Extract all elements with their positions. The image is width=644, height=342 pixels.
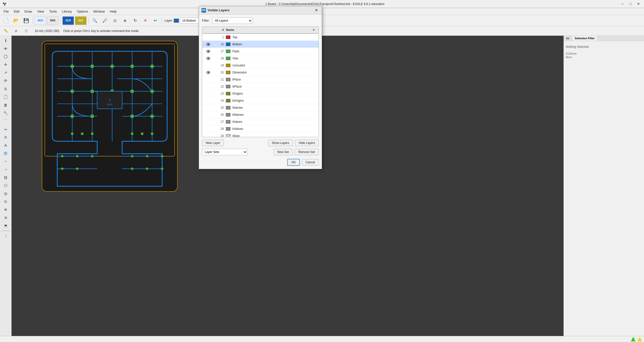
layer-visibility-icon[interactable] — [203, 43, 213, 46]
menu-item-options[interactable]: Options — [74, 9, 91, 15]
layer-row[interactable]: 24bOrigins — [202, 97, 318, 104]
menu-item-draw[interactable]: Draw — [22, 9, 34, 15]
schematic-button[interactable]: SCH — [34, 16, 46, 25]
dialog-body: Filter: All Layers Used Layers Signal La… — [199, 14, 322, 169]
layer-row[interactable]: 23tOrigins — [202, 90, 318, 97]
more-tools[interactable]: ⋮ — [1, 232, 10, 240]
copy-tool[interactable]: ⎘ — [1, 85, 10, 93]
pad-tool[interactable]: ◎ — [1, 190, 10, 197]
titlebar: 🦅 1 Board - C:\Users\hp\Documents\EAGLE\… — [0, 0, 644, 8]
dialog-close-button[interactable]: ✕ — [313, 7, 319, 13]
layer-row[interactable]: 18Vias — [202, 55, 318, 62]
layer-row[interactable]: 28bValues — [202, 125, 318, 132]
line-tool[interactable]: ╌ — [1, 158, 10, 165]
save-file-button[interactable]: 💾 — [22, 16, 31, 25]
zoom-fit-button[interactable]: ⊡ — [110, 16, 119, 25]
rotate-tool[interactable]: ↗ — [1, 69, 10, 77]
net-tool[interactable]: 🕸 — [1, 149, 10, 157]
polygon-tool[interactable]: ⬡ — [1, 182, 10, 189]
cancel-button[interactable]: Cancel — [302, 159, 319, 166]
group-tool[interactable]: ⊞ — [1, 214, 10, 221]
board-button[interactable]: BRD — [47, 16, 59, 25]
menu-item-help[interactable]: Help — [107, 9, 119, 15]
show-all-tool[interactable]: ⬒ — [1, 222, 10, 230]
select-tool[interactable]: ⬡ — [1, 53, 10, 60]
layer-visibility-icon[interactable] — [203, 57, 213, 60]
minimize-button[interactable]: ─ — [619, 1, 626, 7]
layer-row[interactable]: 19Unrouted — [202, 62, 318, 69]
show-layers-button[interactable]: Show Layers — [268, 140, 293, 146]
info-tool[interactable]: ℹ — [1, 37, 10, 44]
toolbar-separator-2 — [60, 17, 61, 24]
move-tool[interactable]: ✛ — [1, 61, 10, 68]
scr-button[interactable]: SCR — [62, 16, 74, 25]
junction-tool[interactable]: ⊕ — [1, 133, 10, 141]
layer-name-cell: bValues — [226, 127, 310, 131]
layer-row[interactable]: 20Dimension — [202, 69, 318, 76]
maximize-button[interactable]: □ — [627, 1, 634, 7]
layer-visibility-icon[interactable] — [203, 71, 213, 74]
layer-visibility-icon[interactable] — [203, 50, 213, 53]
menu-item-tools[interactable]: Tools — [47, 9, 59, 15]
toolbar-separator-3 — [88, 17, 89, 24]
new-file-button[interactable]: 📄 — [2, 16, 11, 25]
refresh-button[interactable]: ↻ — [131, 16, 140, 25]
layer-sets-select[interactable]: Layer Sets — [202, 149, 247, 155]
ulp-button[interactable]: ULP — [75, 16, 87, 25]
tab-selection-filter[interactable]: Selection Filter — [572, 36, 597, 41]
new-layer-button[interactable]: New Layer — [202, 140, 224, 146]
menu-item-view[interactable]: View — [35, 9, 47, 15]
menu-item-file[interactable]: File — [1, 9, 11, 15]
open-file-button[interactable]: 📂 — [12, 16, 21, 25]
ok-button[interactable]: OK — [287, 159, 300, 166]
layer-row[interactable]: 25tNames — [202, 104, 318, 111]
menu-item-window[interactable]: Window — [91, 9, 107, 15]
filter-button[interactable]: ▽ — [22, 26, 31, 35]
main-layout: ℹ 👁 ⬡ ✛ ↗ ⟳ ⎘ 📋 🗑 🔧 ⌒ ═ ⊕ A 🕸 ╌ ⤻ ⛓ ⬡ ◎ … — [0, 36, 644, 336]
tab-filter[interactable]: tor — [564, 36, 572, 41]
drc2-tool[interactable]: ≋ — [1, 206, 10, 213]
filter-select[interactable]: All Layers Used Layers Signal Layers — [212, 17, 252, 24]
route-tool[interactable]: ⤻ — [1, 166, 10, 173]
layer-row[interactable]: 26bNames — [202, 111, 318, 118]
layer-row[interactable]: 16Bottom — [202, 41, 318, 48]
delete-tool[interactable]: 🗑 — [1, 101, 10, 109]
layer-row[interactable]: 21tPlace — [202, 76, 318, 83]
svg-point-18 — [150, 65, 154, 68]
hide-layers-button[interactable]: Hide Layers — [295, 140, 319, 146]
layer-row[interactable]: 1Top — [202, 34, 318, 41]
svg-point-23 — [150, 90, 154, 93]
layer-number: 28 — [213, 127, 226, 131]
new-set-button[interactable]: New Set — [274, 149, 293, 155]
paste-tool[interactable]: 📋 — [1, 93, 10, 101]
zoom-selection-button[interactable]: ⊕ — [120, 16, 130, 25]
layer-row[interactable]: 27tValues — [202, 118, 318, 125]
via-tool[interactable]: ⊙ — [1, 198, 10, 205]
layer-row[interactable]: 29tStop — [202, 132, 318, 137]
layer-color-swatch — [226, 35, 230, 39]
zoom-out-button[interactable]: 🔎 — [100, 16, 109, 25]
text-tool[interactable]: A — [1, 141, 10, 149]
menu-item-library[interactable]: Library — [59, 9, 74, 15]
layer-row[interactable]: 22bPlace — [202, 83, 318, 90]
close-button[interactable]: ✕ — [635, 1, 642, 7]
drc-button[interactable]: ✕ — [141, 16, 150, 25]
layer-number: 22 — [213, 85, 226, 88]
edit-mode-button[interactable]: ✏️ — [2, 26, 11, 35]
autoroute-tool[interactable]: ⛓ — [1, 174, 10, 181]
layer-list-container[interactable]: # Name × 1Top 16Bottom 17Pads 18Vias19Un… — [202, 26, 319, 137]
svg-point-53 — [208, 44, 209, 45]
remove-set-button[interactable]: Remove Set — [295, 149, 319, 155]
undo-button[interactable]: ↩ — [151, 16, 160, 25]
mirror-tool[interactable]: ⟳ — [1, 77, 10, 85]
menu-item-edit[interactable]: Edit — [11, 9, 22, 15]
wire-tool[interactable]: ⌒ — [1, 117, 10, 125]
toolbar-separator-4 — [162, 17, 162, 24]
zoom-in-button[interactable]: 🔍 — [90, 16, 99, 25]
grid-button[interactable]: # — [12, 26, 21, 35]
property-tool[interactable]: 🔧 — [1, 109, 10, 117]
bus-tool[interactable]: ═ — [1, 125, 10, 133]
look-tool[interactable]: 👁 — [1, 45, 10, 52]
layer-number: 26 — [213, 113, 226, 117]
layer-row[interactable]: 17Pads — [202, 48, 318, 55]
